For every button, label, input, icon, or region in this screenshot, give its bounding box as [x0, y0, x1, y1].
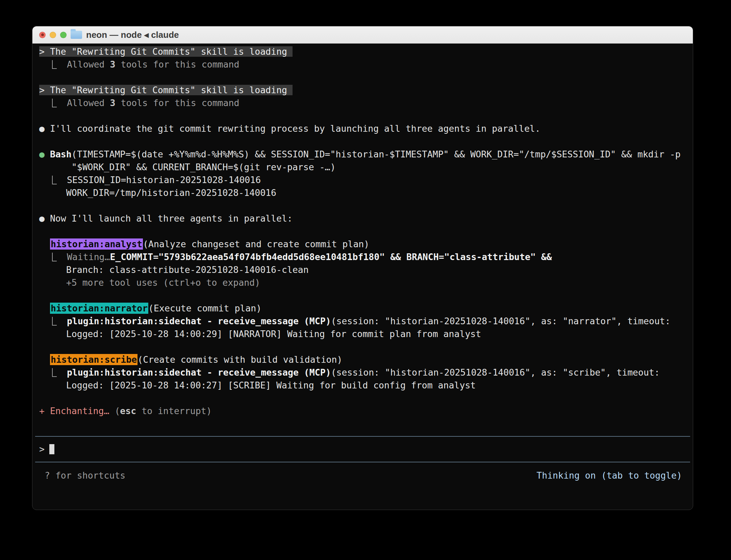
titlebar[interactable]: neon — node ◂ claude [32, 26, 693, 44]
terminal-text: +5 more tool uses (ctrl+o to expand) [39, 277, 260, 288]
input-line[interactable]: > [39, 443, 686, 456]
terminal-line: historian:analyst(Analyze changeset and … [39, 238, 686, 251]
corner-elbow-icon [52, 60, 57, 69]
terminal-text: ● Now I'll launch all three agents in pa… [39, 213, 293, 224]
terminal-text: E_COMMIT="5793b622aea54f074bfb4edd5d68ee… [110, 252, 552, 262]
terminal-line: + Enchanting… (esc to interrupt) [39, 405, 686, 417]
terminal-line: plugin:historian:sidechat - receive_mess… [39, 315, 686, 328]
terminal-line: Logged: [2025-10-28 14:00:27] [SCRIBE] W… [39, 379, 686, 392]
terminal-text: esc [120, 406, 136, 416]
thinking-toggle[interactable]: Thinking on (tab to toggle) [536, 469, 682, 482]
corner-elbow-icon [52, 368, 57, 377]
status-bar: ? for shortcuts Thinking on (tab to togg… [32, 469, 693, 482]
terminal-text: plugin:historian:sidechat - receive_mess… [61, 316, 331, 326]
terminal-text [39, 316, 50, 326]
terminal-text [39, 98, 50, 108]
terminal-line [39, 199, 686, 212]
terminal-line: ● Now I'll launch all three agents in pa… [39, 212, 686, 225]
terminal-text: > The "Rewriting Git Commits" skill is l… [39, 85, 293, 95]
shortcuts-hint: ? for shortcuts [45, 469, 125, 482]
terminal-line [39, 392, 686, 405]
terminal-text: ● [39, 149, 50, 159]
terminal-text: historian:narrator [50, 303, 148, 314]
terminal-text: Allowed [61, 98, 110, 108]
corner-elbow-icon [52, 253, 57, 261]
terminal-line: historian:scribe(Create commits with bui… [39, 353, 686, 366]
terminal-content: > The "Rewriting Git Commits" skill is l… [32, 44, 693, 510]
terminal-text [39, 175, 50, 185]
terminal-text: 3 [110, 98, 116, 108]
terminal-text: (session: "historian-20251028-140016", a… [331, 316, 671, 326]
terminal-text [39, 239, 50, 249]
terminal-text: SESSION_ID=historian-20251028-140016 [61, 175, 261, 185]
terminal-text: Logged: [2025-10-28 14:00:27] [SCRIBE] W… [39, 380, 476, 390]
terminal-text [39, 354, 50, 365]
terminal-line: WORK_DIR=/tmp/historian-20251028-140016 [39, 186, 686, 199]
terminal-text: plugin:historian:sidechat - receive_mess… [61, 367, 331, 378]
prompt-chevron: > [39, 443, 45, 456]
terminal-text: ( [115, 406, 120, 416]
terminal-text: Allowed [61, 59, 110, 70]
terminal-line: Logged: [2025-10-28 14:00:29] [NARRATOR]… [39, 328, 686, 340]
terminal-text: "$WORK_DIR" && CURRENT_BRANCH=$(git rev-… [39, 162, 336, 172]
terminal-text [39, 367, 50, 378]
terminal-text [39, 59, 50, 70]
terminal-line [39, 135, 686, 148]
terminal-text: WORK_DIR=/tmp/historian-20251028-140016 [39, 187, 276, 198]
terminal-line: Allowed 3 tools for this command [39, 58, 686, 71]
terminal-text [39, 252, 50, 262]
terminal-text: + Enchanting… [39, 406, 115, 416]
terminal-text: to interrupt) [136, 406, 211, 416]
terminal-text: (Create commits with build validation) [137, 354, 342, 365]
terminal-line: plugin:historian:sidechat - receive_mess… [39, 366, 686, 379]
terminal-line: Branch: class-attribute-20251028-140016-… [39, 263, 686, 276]
folder-icon [71, 31, 82, 39]
minimize-button[interactable] [50, 32, 56, 38]
terminal-text: Waiting… [61, 252, 110, 262]
terminal-line [39, 340, 686, 353]
terminal-line: ● Bash(TIMESTAMP=$(date +%Y%m%d-%H%M%S) … [39, 148, 686, 161]
unsaved-dot-icon [41, 33, 44, 36]
terminal-text: Logged: [2025-10-28 14:00:29] [NARRATOR]… [39, 329, 481, 339]
terminal-line: > The "Rewriting Git Commits" skill is l… [39, 45, 686, 58]
terminal-line: historian:narrator(Execute commit plan) [39, 302, 686, 315]
terminal-line: Waiting…E_COMMIT="5793b622aea54f074bfb4e… [39, 251, 686, 263]
corner-elbow-icon [52, 176, 57, 184]
terminal-line: "$WORK_DIR" && CURRENT_BRANCH=$(git rev-… [39, 161, 686, 174]
traffic-lights [39, 32, 67, 38]
terminal-line: ● I'll coordinate the git commit rewriti… [39, 122, 686, 135]
terminal-text: (TIMESTAMP=$(date +%Y%m%d-%H%M%S) && SES… [72, 149, 681, 159]
terminal-text [39, 303, 50, 313]
terminal-line [39, 225, 686, 238]
close-button[interactable] [39, 32, 46, 38]
terminal-line [39, 417, 686, 430]
terminal-window: neon — node ◂ claude > The "Rewriting Gi… [32, 26, 693, 510]
zoom-button[interactable] [60, 32, 67, 38]
corner-elbow-icon [52, 317, 57, 326]
corner-elbow-icon [52, 99, 57, 107]
window-title: neon — node ◂ claude [86, 30, 179, 40]
terminal-line [39, 109, 686, 122]
terminal-text: tools for this command [115, 98, 239, 108]
terminal-text: historian:analyst [50, 238, 143, 250]
terminal-line: > The "Rewriting Git Commits" skill is l… [39, 84, 686, 97]
terminal-text: > The "Rewriting Git Commits" skill is l… [39, 46, 293, 57]
terminal-text: Branch: class-attribute-20251028-140016-… [39, 264, 309, 275]
terminal-text: historian:scribe [50, 354, 137, 365]
terminal-line: +5 more tool uses (ctrl+o to expand) [39, 276, 686, 289]
text-cursor-icon [49, 444, 54, 454]
terminal-text: (Analyze changeset and create commit pla… [143, 239, 369, 249]
terminal-line [39, 71, 686, 84]
terminal-text: (session: "historian-20251028-140016", a… [331, 367, 660, 378]
terminal-text: tools for this command [115, 59, 239, 70]
terminal-line: SESSION_ID=historian-20251028-140016 [39, 174, 686, 186]
terminal-output: > The "Rewriting Git Commits" skill is l… [32, 44, 693, 430]
terminal-text: ● I'll coordinate the git commit rewriti… [39, 123, 540, 134]
terminal-text: (Execute commit plan) [148, 303, 261, 313]
terminal-text: 3 [110, 59, 116, 70]
prompt-input-box[interactable]: > [35, 436, 690, 462]
terminal-text: Bash [50, 149, 72, 159]
terminal-line [39, 289, 686, 302]
terminal-line: Allowed 3 tools for this command [39, 97, 686, 109]
